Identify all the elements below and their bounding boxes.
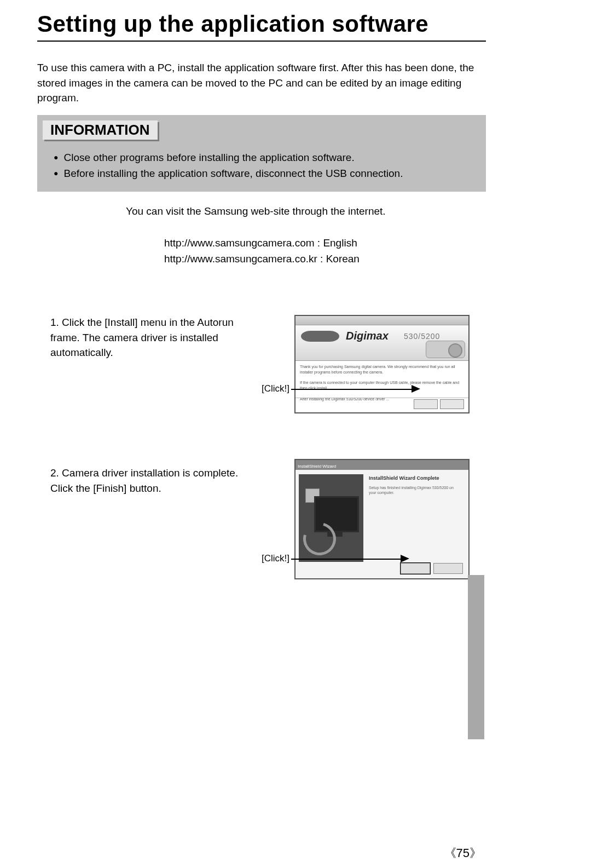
manual-page: Setting up the application software To u…	[0, 0, 591, 868]
step-1-text: 1. Click the [Install] menu in the Autor…	[50, 315, 258, 360]
arrow-line-icon	[291, 559, 401, 560]
window-titlebar	[296, 316, 468, 325]
click-label-1: [Click!]	[262, 383, 289, 394]
exit-button[interactable]	[440, 399, 464, 409]
step-2-text: 2. Camera driver installation is complet…	[50, 465, 258, 496]
window-titlebar: InstallShield Wizard	[296, 460, 468, 470]
samsung-logo	[301, 331, 339, 342]
information-heading: INFORMATION	[50, 122, 150, 139]
install-button[interactable]	[414, 399, 438, 409]
page-edge-tab	[468, 575, 484, 739]
intro-paragraph: To use this camera with a PC, install th…	[37, 60, 486, 106]
autorun-banner: Digimax 530/5200	[296, 325, 468, 361]
wizard-side-graphic	[299, 474, 363, 562]
page-number-value: 75	[444, 846, 482, 860]
page-title: Setting up the application software	[37, 11, 486, 42]
arrow-line-icon	[291, 389, 412, 390]
wizard-titlebar-text: InstallShield Wizard	[296, 464, 336, 469]
arrow-head-icon	[401, 555, 409, 562]
autorun-body-text: Thank you for purchasing Samsung digital…	[296, 361, 468, 405]
arrow-head-icon	[412, 385, 420, 393]
camera-icon	[426, 341, 465, 358]
finish-button[interactable]	[401, 563, 430, 574]
wizard-complete-body: Setup has finished installing Digimax 53…	[369, 485, 462, 495]
visit-text: You can visit the Samsung web-site throu…	[126, 205, 386, 217]
information-heading-frame: INFORMATION	[43, 120, 158, 140]
separator	[296, 398, 468, 398]
list-item: Before installing the application softwa…	[54, 165, 475, 181]
click-label-2: [Click!]	[262, 553, 289, 564]
page-number: 75	[444, 845, 482, 861]
information-box: INFORMATION Close other programs before …	[37, 115, 486, 192]
url-block: http://www.samsungcamera.com : English h…	[164, 235, 360, 267]
information-list: Close other programs before installing t…	[54, 150, 475, 182]
digimax-logo-text: Digimax	[346, 330, 389, 342]
screenshot-wizard-window: InstallShield Wizard InstallShield Wizar…	[294, 459, 470, 579]
cancel-button[interactable]	[433, 563, 463, 574]
url-korean: http://www.samsungcamera.co.kr : Korean	[164, 251, 360, 267]
wizard-complete-heading: InstallShield Wizard Complete	[369, 475, 439, 481]
url-english: http://www.samsungcamera.com : English	[164, 235, 360, 251]
list-item: Close other programs before installing t…	[54, 150, 475, 165]
screenshot-autorun-window: Digimax 530/5200 Thank you for purchasin…	[294, 315, 470, 413]
model-number-text: 530/5200	[404, 332, 440, 341]
